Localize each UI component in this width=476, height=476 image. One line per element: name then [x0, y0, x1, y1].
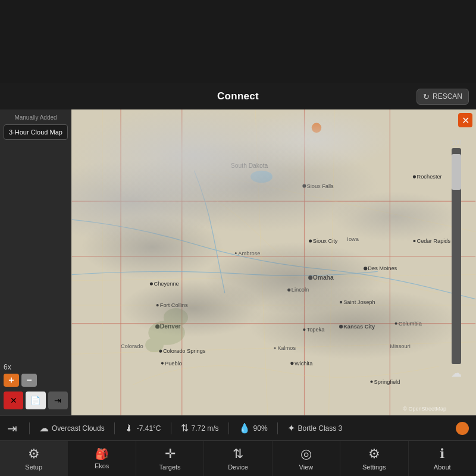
svg-point-36 — [340, 301, 342, 303]
nav-item-ekos[interactable]: 🎒 Ekos — [68, 441, 136, 476]
svg-point-34 — [290, 362, 293, 365]
status-divider-1 — [29, 422, 30, 434]
svg-point-48 — [161, 362, 164, 365]
device-icon: ⇅ — [233, 446, 243, 462]
delete-button[interactable]: ✕ — [4, 392, 23, 409]
nav-item-about[interactable]: ℹ About — [409, 441, 476, 476]
nav-item-view[interactable]: ◎ View — [273, 441, 340, 476]
nav-item-targets[interactable]: ✛ Targets — [136, 441, 204, 476]
bortle-label: Bortle Class 3 — [298, 424, 343, 433]
svg-point-64 — [312, 123, 321, 133]
ekos-icon: 🎒 — [95, 447, 108, 461]
nav-bar: ⚙ Setup 🎒 Ekos ✛ Targets ⇅ Device ◎ View… — [0, 440, 476, 476]
temperature-icon: 🌡 — [124, 423, 134, 434]
svg-point-38 — [395, 322, 397, 325]
svg-point-50 — [235, 252, 237, 254]
opacity-slider[interactable]: 100 ☁ — [451, 139, 462, 380]
svg-text:Missouri: Missouri — [390, 343, 410, 349]
svg-point-20 — [413, 176, 416, 178]
zoom-in-button[interactable]: + — [4, 374, 19, 387]
zoom-out-button[interactable]: − — [21, 374, 37, 387]
view-icon: ◎ — [300, 446, 312, 462]
humidity-icon: 💧 — [239, 422, 250, 434]
status-divider-4 — [228, 422, 229, 434]
nav-item-setup[interactable]: ⚙ Setup — [0, 441, 68, 476]
svg-text:Fort Collins: Fort Collins — [160, 302, 188, 308]
svg-point-55 — [413, 240, 415, 242]
sidebar-spacer — [4, 145, 68, 363]
slider-track[interactable] — [452, 148, 461, 364]
svg-text:Lincoln: Lincoln — [292, 287, 309, 293]
svg-text:Wichita: Wichita — [295, 361, 313, 367]
export-button[interactable]: ⇥ — [48, 392, 68, 409]
header-bar: Connect ↻ RESCAN — [0, 83, 476, 109]
humidity-label: 90% — [253, 424, 268, 433]
humidity-item: 💧 90% — [239, 422, 268, 434]
svg-point-57 — [274, 347, 276, 349]
app-container: Connect ↻ RESCAN Manually Added 3-Hour C… — [0, 83, 476, 476]
svg-point-18 — [302, 184, 306, 187]
svg-text:Des Moines: Des Moines — [368, 265, 397, 271]
svg-point-30 — [339, 325, 343, 328]
zoom-label: 6x — [4, 363, 11, 371]
manually-added-label: Manually Added — [4, 113, 68, 122]
ekos-label: Ekos — [95, 462, 109, 469]
weather-label: Overcast Clouds — [52, 424, 105, 433]
wind-label: 7.72 m/s — [192, 424, 219, 433]
about-icon: ℹ — [440, 446, 444, 462]
wind-icon: ⇅ — [181, 422, 189, 434]
svg-text:Columbia: Columbia — [399, 321, 422, 327]
setup-label: Setup — [25, 464, 42, 471]
svg-point-26 — [364, 267, 367, 270]
svg-text:Colorado Springs: Colorado Springs — [163, 348, 206, 354]
document-button[interactable]: 📄 — [26, 392, 45, 409]
sidebar: Manually Added 3-Hour Cloud Map 6x + − ✕… — [0, 109, 71, 415]
export-icon: ⇥ — [54, 396, 61, 405]
slider-thumb[interactable] — [452, 154, 461, 190]
cloud-slider-icon: ☁ — [451, 367, 462, 380]
svg-text:Saint Joseph: Saint Joseph — [343, 299, 375, 305]
svg-point-63 — [145, 337, 164, 352]
nav-item-settings[interactable]: ⚙ Settings — [340, 441, 408, 476]
weather-icon: ☁ — [39, 422, 49, 434]
svg-point-52 — [370, 380, 372, 383]
svg-text:Omaha: Omaha — [313, 274, 334, 281]
bortle-item: ✦ Bortle Class 3 — [287, 422, 343, 434]
svg-point-28 — [287, 289, 290, 292]
rescan-button[interactable]: ↻ RESCAN — [416, 89, 469, 105]
exit-item[interactable]: ⇥ — [7, 421, 20, 436]
about-label: About — [434, 464, 451, 471]
svg-text:Springfield: Springfield — [374, 379, 400, 385]
bortle-icon: ✦ — [287, 422, 295, 434]
zoom-control: 6x + − — [4, 363, 68, 387]
svg-text:Kansas City: Kansas City — [343, 324, 375, 330]
osm-copyright: © OpenStreetMap — [403, 406, 446, 412]
top-spacer — [0, 0, 476, 83]
svg-point-62 — [164, 308, 188, 327]
map-close-button[interactable]: ✕ — [458, 113, 472, 127]
map-area[interactable]: South Dakota Sioux Falls Rochester Sioux… — [71, 109, 476, 415]
zoom-buttons: + − — [4, 374, 37, 387]
targets-label: Targets — [159, 464, 181, 471]
nav-item-device[interactable]: ⇅ Device — [204, 441, 272, 476]
main-content: Manually Added 3-Hour Cloud Map 6x + − ✕… — [0, 109, 476, 415]
cloud-map-button[interactable]: 3-Hour Cloud Map — [4, 124, 68, 140]
svg-text:South Dakota: South Dakota — [231, 162, 268, 169]
map-svg: South Dakota Sioux Falls Rochester Sioux… — [71, 109, 476, 415]
rescan-icon: ↻ — [423, 92, 430, 101]
document-icon: 📄 — [30, 396, 40, 405]
svg-point-32 — [303, 328, 305, 331]
svg-point-22 — [309, 239, 312, 242]
svg-text:Topeka: Topeka — [307, 327, 325, 333]
delete-icon: ✕ — [10, 396, 17, 405]
settings-icon: ⚙ — [368, 446, 380, 462]
wind-item: ⇅ 7.72 m/s — [181, 422, 219, 434]
temperature-label: -7.41°C — [137, 424, 161, 433]
svg-point-42 — [156, 304, 159, 306]
svg-text:Ambrose: Ambrose — [238, 250, 260, 256]
device-label: Device — [228, 464, 248, 471]
exit-icon: ⇥ — [7, 421, 17, 436]
connection-status-dot — [456, 422, 469, 435]
svg-text:Cheyenne: Cheyenne — [154, 281, 179, 287]
svg-text:Iowa: Iowa — [347, 236, 359, 242]
